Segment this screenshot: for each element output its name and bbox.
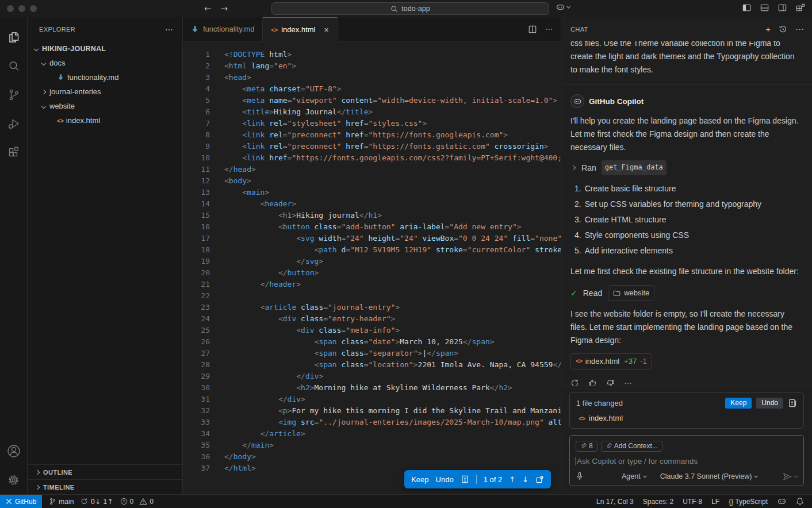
tab-index-html[interactable]: <> index.html × <box>263 17 337 41</box>
toggle-primary-sidebar-icon[interactable] <box>742 3 752 13</box>
toggle-panel-icon[interactable] <box>760 3 769 13</box>
line-number: 17 <box>183 233 210 244</box>
step-number: 2. <box>574 197 581 212</box>
close-window-icon[interactable] <box>7 5 14 12</box>
remote-indicator[interactable]: GitHub <box>0 495 42 508</box>
text-cursor <box>576 457 576 465</box>
branch-indicator[interactable]: main <box>49 498 74 506</box>
extensions-icon[interactable] <box>0 138 28 167</box>
chat-input-box[interactable]: 8 Add Context... Ask Copilot or type / f… <box>569 435 804 486</box>
tab-functionality-md[interactable]: functionality.md <box>183 17 263 41</box>
code-line: 19 </svg> <box>183 256 561 267</box>
customize-layout-icon[interactable] <box>795 3 805 13</box>
retry-icon[interactable] <box>570 379 579 386</box>
chat-more-icon[interactable]: ⋯ <box>795 24 804 34</box>
thumbs-up-icon[interactable] <box>588 379 597 386</box>
line-content: <span class="location">2201 Imola Ave. N… <box>210 359 561 371</box>
timeline-panel-header[interactable]: TIMELINE <box>28 479 182 494</box>
problems-indicator[interactable]: 0 0 <box>120 498 154 506</box>
encoding[interactable]: UTF-8 <box>683 498 702 506</box>
minimize-window-icon[interactable] <box>18 5 25 12</box>
code-line: 35 </main> <box>183 440 561 451</box>
keep-all-button[interactable]: Keep <box>725 398 752 409</box>
code-line: 30 <h2>Morning hike at Skyline Wildernes… <box>183 382 561 394</box>
editor-more-icon[interactable]: ⋯ <box>545 25 553 33</box>
tree-item-docs[interactable]: docs <box>28 56 182 70</box>
go-forward-button[interactable]: → <box>221 3 228 14</box>
read-target-chip[interactable]: website <box>608 285 654 301</box>
tree-item-journal-enteries[interactable]: journal-enteries <box>28 84 182 99</box>
explorer-icon[interactable] <box>0 23 28 52</box>
cursor-position[interactable]: Ln 17, Col 3 <box>596 498 634 506</box>
line-number: 5 <box>183 95 210 106</box>
open-changes-icon[interactable] <box>535 475 544 484</box>
keep-change-button[interactable]: Keep <box>411 475 428 484</box>
run-debug-icon[interactable] <box>0 109 28 138</box>
code-line: 24 <div class="entry-header"> <box>183 313 561 325</box>
view-diff-icon[interactable] <box>788 398 797 408</box>
notifications-bell-icon[interactable] <box>796 497 804 506</box>
close-tab-icon[interactable]: × <box>324 25 328 34</box>
new-chat-icon[interactable]: + <box>765 24 771 34</box>
previous-change-icon[interactable]: ↑ <box>509 475 515 484</box>
microphone-icon[interactable] <box>576 472 584 481</box>
undo-change-button[interactable]: Undo <box>436 475 454 484</box>
lines-removed: -1 <box>640 355 647 368</box>
next-change-icon[interactable]: ↓ <box>522 475 528 484</box>
tree-item-index-html[interactable]: <>index.html <box>28 113 182 128</box>
copilot-avatar <box>570 94 584 108</box>
line-number: 1 <box>183 49 210 60</box>
explorer-title: EXPLORER <box>39 26 75 33</box>
chat-messages[interactable]: css files. Use the Theme variable collec… <box>561 41 812 386</box>
step-number: 4. <box>574 228 581 243</box>
add-context-chip[interactable]: Add Context... <box>601 441 662 452</box>
mode-picker[interactable]: Agent <box>622 472 646 480</box>
send-button[interactable] <box>783 472 798 481</box>
eol-sequence[interactable]: LF <box>711 498 719 506</box>
undo-all-button[interactable]: Undo <box>756 398 783 409</box>
line-number: 28 <box>183 359 210 371</box>
diff-file-icon[interactable] <box>461 475 469 484</box>
maximize-window-icon[interactable] <box>30 5 37 12</box>
source-control-icon[interactable] <box>0 80 28 109</box>
traffic-lights[interactable] <box>7 5 37 12</box>
thumbs-down-icon[interactable] <box>606 379 615 386</box>
split-editor-icon[interactable] <box>528 25 537 34</box>
command-center-search[interactable]: todo-app <box>271 2 549 15</box>
settings-gear-icon[interactable] <box>0 465 28 494</box>
go-back-button[interactable]: ← <box>204 3 212 14</box>
tree-item-functionality-md[interactable]: functionality.md <box>28 70 182 84</box>
changed-file-chip[interactable]: <> index.html +37 -1 <box>570 353 652 370</box>
model-picker[interactable]: Claude 3.7 Sonnet (Preview) <box>660 472 758 480</box>
copilot-menu-button[interactable] <box>556 2 570 12</box>
changed-file-row[interactable]: <> index.html <box>576 414 797 422</box>
check-icon: ✓ <box>570 287 577 300</box>
chat-prompt-input[interactable]: Ask Copilot or type / for commands <box>576 457 798 465</box>
chevron-right-icon <box>570 166 576 170</box>
sync-indicator[interactable]: 0↓ 1↑ <box>81 498 113 506</box>
explorer-more-icon[interactable]: ⋯ <box>165 25 173 34</box>
tree-item-website[interactable]: website <box>28 99 182 113</box>
copilot-status-icon[interactable] <box>777 497 787 506</box>
sync-icon <box>81 498 88 505</box>
code-line: 8 <link rel="preconnect" href="https://f… <box>183 129 561 141</box>
language-mode[interactable]: {} TypeScript <box>729 498 768 506</box>
search-view-icon[interactable] <box>0 52 28 80</box>
code-line: 31 </div> <box>183 394 561 405</box>
toggle-secondary-sidebar-icon[interactable] <box>777 3 787 13</box>
tool-run-row[interactable]: Ran get_Figma_data <box>570 160 803 175</box>
attachments-chip[interactable]: 8 <box>576 441 597 452</box>
more-actions-icon[interactable]: ⋯ <box>624 376 632 386</box>
outline-panel-header[interactable]: OUTLINE <box>28 464 182 479</box>
chat-panel: CHAT + ⋯ css files. Use the Theme variab… <box>561 17 812 494</box>
chat-history-icon[interactable] <box>779 25 787 33</box>
line-number: 9 <box>183 141 210 152</box>
indentation[interactable]: Spaces: 2 <box>643 498 673 506</box>
attachment-count: 8 <box>589 442 593 450</box>
code-editor[interactable]: 1<!DOCTYPE html>2<html lang="en">3<head>… <box>183 41 561 494</box>
send-icon <box>783 472 792 481</box>
paperclip-icon <box>606 442 612 449</box>
line-content <box>210 290 224 302</box>
account-icon[interactable] <box>0 437 28 465</box>
tree-item-hiking-journal[interactable]: HIKING-JOURNAL <box>28 41 182 56</box>
